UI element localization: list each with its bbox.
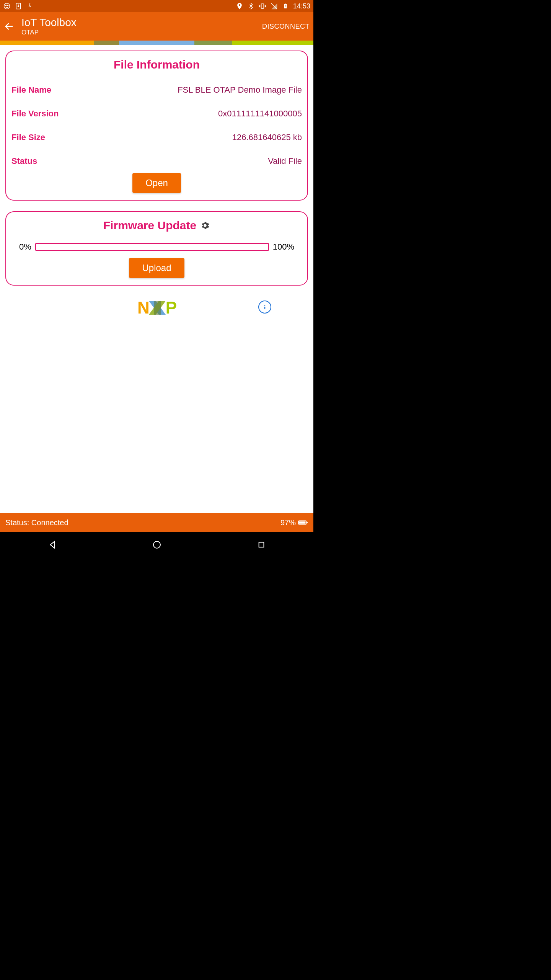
file-status-value: Valid File (268, 156, 302, 166)
file-size-row: File Size 126.681640625 kb (11, 132, 302, 142)
status-right-group: 14:53 (236, 2, 310, 10)
app-subtitle: OTAP (21, 29, 262, 36)
battery-charging-icon (282, 2, 289, 10)
file-size-label: File Size (11, 132, 45, 142)
bluetooth-icon (247, 2, 255, 10)
file-information-card: File Information File Name FSL BLE OTAP … (5, 51, 308, 201)
gear-icon[interactable] (200, 220, 210, 230)
battery-pct: 97% (280, 518, 296, 527)
info-button[interactable] (258, 301, 271, 314)
back-button[interactable] (2, 20, 16, 33)
footer-battery: 97% (280, 518, 308, 527)
decorative-strip (0, 41, 313, 45)
disconnect-button[interactable]: DISCONNECT (262, 23, 310, 31)
file-version-label: File Version (11, 109, 59, 119)
svg-point-15 (153, 541, 160, 548)
svg-rect-16 (259, 542, 264, 547)
svg-point-0 (4, 3, 10, 9)
svg-rect-11 (264, 307, 266, 309)
nxp-logo: N P (137, 298, 176, 317)
file-name-value: FSL BLE OTAP Demo Image File (178, 85, 302, 95)
nav-back-button[interactable] (47, 539, 58, 550)
firmware-title-row: Firmware Update (11, 219, 302, 232)
footer-bar: Status: Connected 97% (0, 513, 313, 532)
nav-recents-button[interactable] (256, 539, 267, 550)
download-icon (15, 2, 22, 10)
svg-point-1 (6, 5, 7, 6)
debug-icon (26, 2, 34, 10)
progress-start: 0% (19, 242, 31, 252)
firmware-title: Firmware Update (103, 219, 196, 232)
main-content: File Information File Name FSL BLE OTAP … (0, 45, 313, 513)
system-nav-bar (0, 532, 313, 557)
status-left-group (3, 2, 34, 10)
svg-rect-4 (261, 4, 264, 8)
location-icon (236, 2, 243, 10)
svg-rect-13 (306, 522, 308, 523)
no-sim-icon (270, 2, 278, 10)
svg-point-10 (264, 305, 266, 306)
vibrate-icon (259, 2, 266, 10)
app-bar: IoT Toolbox OTAP DISCONNECT (0, 12, 313, 41)
file-info-title: File Information (11, 58, 302, 71)
nxp-logo-p: P (166, 298, 176, 317)
logo-row: N P (5, 296, 308, 318)
firmware-progress-row: 0% 100% (11, 242, 302, 252)
system-status-bar: 14:53 (0, 0, 313, 12)
svg-point-2 (8, 5, 8, 6)
progress-end: 100% (273, 242, 294, 252)
svg-rect-6 (285, 4, 286, 4)
file-status-row: Status Valid File (11, 156, 302, 166)
status-time: 14:53 (293, 2, 310, 10)
firmware-update-card: Firmware Update 0% 100% Upload (5, 211, 308, 286)
file-name-label: File Name (11, 85, 51, 95)
nxp-logo-n: N (137, 298, 149, 317)
open-button[interactable]: Open (132, 173, 181, 193)
smiley-icon (3, 2, 11, 10)
app-titles: IoT Toolbox OTAP (21, 16, 262, 36)
progress-bar (35, 243, 269, 251)
battery-icon (298, 518, 308, 527)
file-status-label: Status (11, 156, 37, 166)
upload-button[interactable]: Upload (129, 258, 184, 278)
app-title: IoT Toolbox (21, 16, 262, 29)
connection-status: Status: Connected (5, 518, 68, 527)
nxp-logo-x (149, 299, 166, 316)
svg-rect-14 (299, 521, 306, 524)
file-size-value: 126.681640625 kb (232, 132, 302, 142)
svg-marker-9 (154, 301, 161, 315)
file-name-row: File Name FSL BLE OTAP Demo Image File (11, 85, 302, 95)
file-version-value: 0x0111111141000005 (218, 109, 302, 119)
file-version-row: File Version 0x0111111141000005 (11, 109, 302, 119)
nav-home-button[interactable] (151, 539, 163, 550)
